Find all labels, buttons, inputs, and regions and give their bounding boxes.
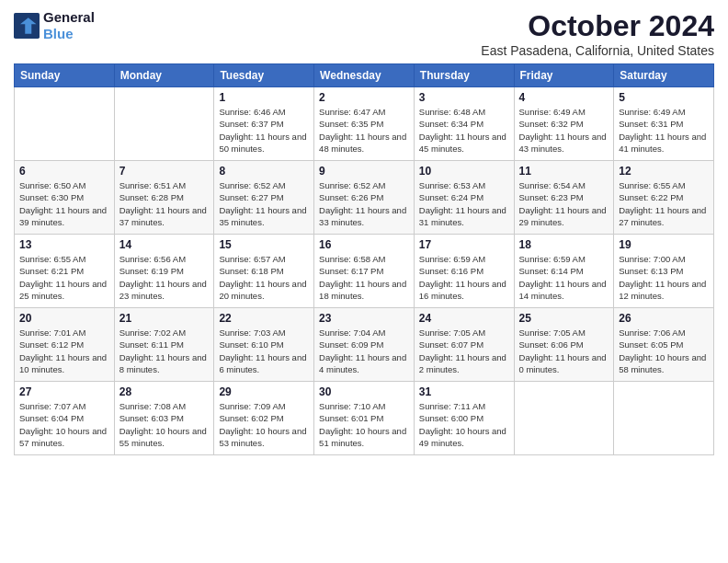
day-number: 17 — [419, 238, 509, 251]
day-header-thursday: Thursday — [414, 64, 514, 87]
calendar-cell: 8Sunrise: 6:52 AMSunset: 6:27 PMDaylight… — [214, 161, 314, 235]
logo-line2: Blue — [43, 26, 95, 42]
day-info: Sunrise: 6:52 AMSunset: 6:27 PMDaylight:… — [219, 179, 309, 228]
calendar-cell: 7Sunrise: 6:51 AMSunset: 6:28 PMDaylight… — [114, 161, 214, 235]
day-info: Sunrise: 6:47 AMSunset: 6:35 PMDaylight:… — [319, 106, 409, 155]
day-header-tuesday: Tuesday — [214, 64, 314, 87]
calendar-cell: 6Sunrise: 6:50 AMSunset: 6:30 PMDaylight… — [15, 161, 115, 235]
day-number: 25 — [519, 312, 609, 325]
calendar-cell: 22Sunrise: 7:03 AMSunset: 6:10 PMDayligh… — [214, 308, 314, 382]
day-info: Sunrise: 7:02 AMSunset: 6:11 PMDaylight:… — [119, 327, 210, 375]
day-number: 31 — [419, 385, 509, 398]
day-info: Sunrise: 7:04 AMSunset: 6:09 PMDaylight:… — [319, 327, 409, 375]
calendar-week-0: 1Sunrise: 6:46 AMSunset: 6:37 PMDaylight… — [15, 87, 714, 161]
calendar-cell: 14Sunrise: 6:56 AMSunset: 6:19 PMDayligh… — [114, 235, 214, 308]
day-number: 16 — [319, 238, 409, 251]
logo-line1: General — [43, 9, 95, 26]
day-number: 3 — [419, 91, 509, 104]
calendar-table: SundayMondayTuesdayWednesdayThursdayFrid… — [14, 63, 714, 455]
day-info: Sunrise: 6:59 AMSunset: 6:14 PMDaylight:… — [519, 253, 609, 302]
header: General Blue October 2024 East Pasadena,… — [14, 9, 714, 58]
calendar-cell: 15Sunrise: 6:57 AMSunset: 6:18 PMDayligh… — [214, 235, 314, 308]
calendar-cell: 29Sunrise: 7:09 AMSunset: 6:02 PMDayligh… — [214, 382, 314, 455]
calendar-cell: 20Sunrise: 7:01 AMSunset: 6:12 PMDayligh… — [15, 308, 115, 382]
calendar-cell — [614, 382, 714, 455]
calendar-cell: 28Sunrise: 7:08 AMSunset: 6:03 PMDayligh… — [114, 382, 214, 455]
calendar-title: October 2024 — [481, 9, 714, 43]
day-info: Sunrise: 6:51 AMSunset: 6:28 PMDaylight:… — [119, 179, 210, 228]
days-row: SundayMondayTuesdayWednesdayThursdayFrid… — [15, 64, 714, 87]
day-info: Sunrise: 7:09 AMSunset: 6:02 PMDaylight:… — [219, 400, 309, 449]
calendar-body: 1Sunrise: 6:46 AMSunset: 6:37 PMDaylight… — [15, 87, 714, 455]
calendar-cell: 10Sunrise: 6:53 AMSunset: 6:24 PMDayligh… — [414, 161, 514, 235]
calendar-cell: 4Sunrise: 6:49 AMSunset: 6:32 PMDaylight… — [514, 87, 614, 161]
day-header-sunday: Sunday — [15, 64, 115, 87]
logo-icon — [14, 13, 40, 39]
day-number: 27 — [19, 385, 109, 398]
calendar-cell: 30Sunrise: 7:10 AMSunset: 6:01 PMDayligh… — [314, 382, 415, 455]
calendar-cell: 1Sunrise: 6:46 AMSunset: 6:37 PMDaylight… — [214, 87, 314, 161]
day-number: 30 — [319, 385, 409, 398]
calendar-subtitle: East Pasadena, California, United States — [481, 43, 714, 58]
day-info: Sunrise: 6:55 AMSunset: 6:22 PMDaylight:… — [619, 179, 709, 228]
day-number: 12 — [619, 165, 709, 178]
day-info: Sunrise: 6:48 AMSunset: 6:34 PMDaylight:… — [419, 106, 509, 155]
calendar-cell: 24Sunrise: 7:05 AMSunset: 6:07 PMDayligh… — [414, 308, 514, 382]
calendar-cell: 26Sunrise: 7:06 AMSunset: 6:05 PMDayligh… — [614, 308, 714, 382]
calendar-cell — [514, 382, 614, 455]
day-number: 8 — [219, 165, 309, 178]
day-info: Sunrise: 7:10 AMSunset: 6:01 PMDaylight:… — [319, 400, 409, 449]
day-header-saturday: Saturday — [614, 64, 714, 87]
day-number: 14 — [119, 238, 210, 251]
day-header-wednesday: Wednesday — [314, 64, 415, 87]
calendar-week-3: 20Sunrise: 7:01 AMSunset: 6:12 PMDayligh… — [15, 308, 714, 382]
calendar-cell: 2Sunrise: 6:47 AMSunset: 6:35 PMDaylight… — [314, 87, 415, 161]
calendar-cell — [15, 87, 115, 161]
day-number: 28 — [119, 385, 210, 398]
day-number: 2 — [319, 91, 409, 104]
day-info: Sunrise: 6:50 AMSunset: 6:30 PMDaylight:… — [19, 179, 109, 228]
calendar-cell: 27Sunrise: 7:07 AMSunset: 6:04 PMDayligh… — [15, 382, 115, 455]
logo: General Blue — [14, 9, 95, 42]
day-number: 23 — [319, 312, 409, 325]
day-number: 1 — [219, 91, 309, 104]
day-number: 20 — [19, 312, 109, 325]
day-info: Sunrise: 6:49 AMSunset: 6:31 PMDaylight:… — [619, 106, 709, 155]
day-info: Sunrise: 6:59 AMSunset: 6:16 PMDaylight:… — [419, 253, 509, 302]
calendar-cell: 12Sunrise: 6:55 AMSunset: 6:22 PMDayligh… — [614, 161, 714, 235]
calendar-week-1: 6Sunrise: 6:50 AMSunset: 6:30 PMDaylight… — [15, 161, 714, 235]
day-header-friday: Friday — [514, 64, 614, 87]
day-info: Sunrise: 7:07 AMSunset: 6:04 PMDaylight:… — [19, 400, 109, 449]
calendar-cell: 25Sunrise: 7:05 AMSunset: 6:06 PMDayligh… — [514, 308, 614, 382]
day-number: 22 — [219, 312, 309, 325]
day-info: Sunrise: 7:08 AMSunset: 6:03 PMDaylight:… — [119, 400, 210, 449]
calendar-cell: 5Sunrise: 6:49 AMSunset: 6:31 PMDaylight… — [614, 87, 714, 161]
calendar-cell: 23Sunrise: 7:04 AMSunset: 6:09 PMDayligh… — [314, 308, 415, 382]
day-info: Sunrise: 7:11 AMSunset: 6:00 PMDaylight:… — [419, 400, 509, 449]
day-info: Sunrise: 6:54 AMSunset: 6:23 PMDaylight:… — [519, 179, 609, 228]
calendar-cell: 3Sunrise: 6:48 AMSunset: 6:34 PMDaylight… — [414, 87, 514, 161]
day-number: 21 — [119, 312, 210, 325]
day-number: 29 — [219, 385, 309, 398]
calendar-cell: 17Sunrise: 6:59 AMSunset: 6:16 PMDayligh… — [414, 235, 514, 308]
day-number: 18 — [519, 238, 609, 251]
day-header-monday: Monday — [114, 64, 214, 87]
day-info: Sunrise: 6:55 AMSunset: 6:21 PMDaylight:… — [19, 253, 109, 302]
title-area: October 2024 East Pasadena, California, … — [481, 9, 714, 58]
calendar-header: SundayMondayTuesdayWednesdayThursdayFrid… — [15, 64, 714, 87]
day-info: Sunrise: 7:05 AMSunset: 6:07 PMDaylight:… — [419, 327, 509, 375]
day-info: Sunrise: 7:01 AMSunset: 6:12 PMDaylight:… — [19, 327, 109, 375]
calendar-cell: 31Sunrise: 7:11 AMSunset: 6:00 PMDayligh… — [414, 382, 514, 455]
day-number: 19 — [619, 238, 709, 251]
day-number: 4 — [519, 91, 609, 104]
calendar-week-2: 13Sunrise: 6:55 AMSunset: 6:21 PMDayligh… — [15, 235, 714, 308]
calendar-week-4: 27Sunrise: 7:07 AMSunset: 6:04 PMDayligh… — [15, 382, 714, 455]
day-info: Sunrise: 7:03 AMSunset: 6:10 PMDaylight:… — [219, 327, 309, 375]
calendar-cell: 18Sunrise: 6:59 AMSunset: 6:14 PMDayligh… — [514, 235, 614, 308]
day-number: 11 — [519, 165, 609, 178]
day-number: 9 — [319, 165, 409, 178]
calendar-cell: 9Sunrise: 6:52 AMSunset: 6:26 PMDaylight… — [314, 161, 415, 235]
day-number: 24 — [419, 312, 509, 325]
calendar-cell: 21Sunrise: 7:02 AMSunset: 6:11 PMDayligh… — [114, 308, 214, 382]
day-info: Sunrise: 7:06 AMSunset: 6:05 PMDaylight:… — [619, 327, 709, 375]
